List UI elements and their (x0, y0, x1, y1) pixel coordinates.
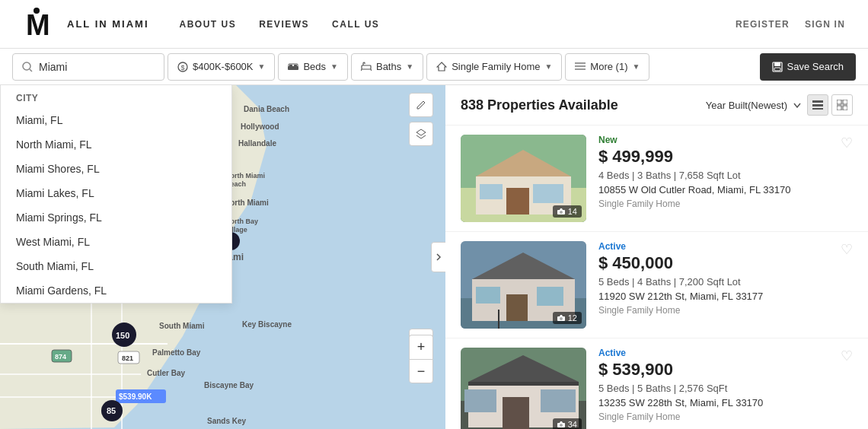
listing-type-3: Single Family Home (598, 412, 853, 422)
save-search-button[interactable]: Save Search (760, 53, 856, 81)
listing-heart-1[interactable]: ♡ (841, 135, 853, 151)
listing-price-1: $ 499,999 (598, 147, 853, 167)
svg-rect-19 (774, 68, 780, 71)
svg-text:Key Biscayne: Key Biscayne (242, 320, 292, 329)
svg-marker-88 (560, 315, 563, 316)
listings-header: 838 Properties Available Year Built(Newe… (445, 85, 868, 126)
beds-chevron-icon: ▼ (330, 62, 338, 71)
svg-marker-77 (560, 208, 563, 210)
sort-chevron-icon (793, 103, 801, 108)
listings-area: 838 Properties Available Year Built(Newe… (445, 85, 868, 429)
price-chevron-icon: ▼ (258, 62, 266, 71)
register-button[interactable]: REGISTER (736, 19, 790, 30)
listing-details-2: 5 Beds | 4 Baths | 7,200 Sqft Lot (598, 276, 853, 288)
svg-marker-13 (437, 62, 446, 71)
listing-image-3: 34 (461, 348, 586, 429)
svg-text:South Miami: South Miami (159, 322, 205, 330)
home-type-chevron-icon: ▼ (544, 62, 552, 71)
map-controls (409, 93, 433, 146)
baths-filter-button[interactable]: Baths ▼ (351, 53, 423, 81)
svg-text:821: 821 (122, 354, 133, 362)
city-item-miami-gardens-fl[interactable]: Miami Gardens, FL (1, 278, 231, 303)
svg-text:Palmetto Bay: Palmetto Bay (152, 348, 201, 357)
city-item-north-miami-fl[interactable]: North Miami, FL (1, 132, 231, 157)
sign-in-button[interactable]: SIGN IN (805, 19, 845, 30)
chevron-right-icon (436, 253, 442, 262)
svg-rect-61 (812, 100, 823, 103)
city-item-west-miami-fl[interactable]: West Miami, FL (1, 230, 231, 254)
city-dropdown: City Miami, FL North Miami, FL Miami Sho… (0, 85, 232, 303)
listing-image-count-2: 12 (553, 312, 582, 324)
city-item-miami-shores-fl[interactable]: Miami Shores, FL (1, 157, 231, 181)
map-zoom-controls: + − (409, 335, 433, 383)
home-icon (436, 62, 447, 72)
search-input[interactable] (39, 61, 145, 73)
listing-details-3: 5 Beds | 5 Baths | 2,576 SqFt (598, 383, 853, 394)
baths-filter-label: Baths (376, 61, 401, 72)
svg-text:Sands Key: Sands Key (207, 417, 247, 425)
listing-card: 14 New $ 499,999 4 Beds | 3 Baths | 7,65… (445, 126, 868, 232)
bed-icon (288, 62, 298, 71)
map-edit-button[interactable] (409, 93, 433, 117)
svg-text:Biscayne Bay: Biscayne Bay (204, 381, 254, 389)
list-view-icon (812, 100, 823, 110)
listing-address-3: 13235 SW 228th St, Miami, FL 33170 (598, 397, 853, 408)
listing-status-3: Active (598, 348, 853, 358)
city-item-miami-fl[interactable]: Miami, FL (1, 108, 231, 132)
search-icon (22, 62, 33, 72)
list-view-button[interactable] (807, 94, 828, 116)
grid-view-icon (837, 100, 847, 110)
svg-point-1 (34, 8, 40, 14)
map-zoom-out-button[interactable]: − (409, 359, 433, 383)
search-bar: $ $400K-$600K ▼ Beds ▼ Baths ▼ Single Fa… (0, 49, 868, 85)
svg-text:M: M (26, 9, 50, 41)
price-filter-button[interactable]: $ $400K-$600K ▼ (168, 53, 275, 81)
svg-rect-62 (812, 104, 823, 106)
svg-rect-64 (837, 100, 841, 104)
listing-heart-3[interactable]: ♡ (841, 348, 853, 364)
city-item-miami-springs-fl[interactable]: Miami Springs, FL (1, 205, 231, 230)
camera-icon (557, 315, 565, 321)
search-input-wrap[interactable] (12, 53, 164, 81)
nav-reviews[interactable]: REVIEWS (259, 19, 309, 30)
city-item-south-miami-fl[interactable]: South Miami, FL (1, 254, 231, 278)
more-filter-button[interactable]: More (1) ▼ (565, 53, 649, 81)
svg-rect-63 (812, 108, 823, 110)
beds-filter-button[interactable]: Beds ▼ (278, 53, 348, 81)
save-icon (772, 62, 783, 72)
beds-filter-label: Beds (303, 61, 326, 72)
list-icon (575, 62, 586, 71)
sort-label[interactable]: Year Built(Newest) (706, 100, 787, 111)
nav-call-us[interactable]: CALL US (332, 19, 379, 30)
svg-text:Hallandale: Hallandale (238, 139, 276, 148)
nav-about-us[interactable]: ABOUT US (180, 19, 237, 30)
layers-icon (416, 129, 426, 139)
home-type-filter-button[interactable]: Single Family Home ▼ (426, 53, 562, 81)
listing-heart-2[interactable]: ♡ (841, 241, 853, 258)
svg-rect-10 (362, 65, 371, 69)
svg-text:874: 874 (55, 353, 66, 361)
listing-info-2: Active $ 450,000 5 Beds | 4 Baths | 7,20… (598, 241, 853, 329)
map-expand-button[interactable] (431, 242, 445, 272)
map-zoom-in-button[interactable]: + (409, 335, 433, 359)
map-layers-button[interactable] (409, 122, 433, 146)
more-chevron-icon: ▼ (632, 62, 640, 71)
svg-rect-8 (289, 65, 292, 66)
city-dropdown-header: City (1, 85, 231, 108)
listings-sort: Year Built(Newest) (706, 94, 853, 116)
svg-line-12 (371, 69, 372, 71)
svg-text:Hollywood: Hollywood (241, 122, 279, 131)
dollar-icon: $ (177, 62, 188, 72)
grid-view-button[interactable] (831, 94, 853, 116)
listing-price-3: $ 539,900 (598, 360, 853, 380)
baths-chevron-icon: ▼ (406, 62, 413, 71)
svg-rect-82 (506, 294, 528, 321)
header-actions: REGISTER SIGN IN (736, 19, 845, 30)
listing-info-3: Active $ 539,900 5 Beds | 5 Baths | 2,57… (598, 348, 853, 429)
main-nav: ABOUT US REVIEWS CALL US (180, 19, 736, 30)
svg-rect-74 (480, 184, 503, 199)
map-area: City Miami, FL North Miami, FL Miami Sho… (0, 85, 445, 429)
svg-point-98 (560, 424, 563, 427)
svg-rect-95 (541, 389, 576, 412)
city-item-miami-lakes-fl[interactable]: Miami Lakes, FL (1, 181, 231, 205)
